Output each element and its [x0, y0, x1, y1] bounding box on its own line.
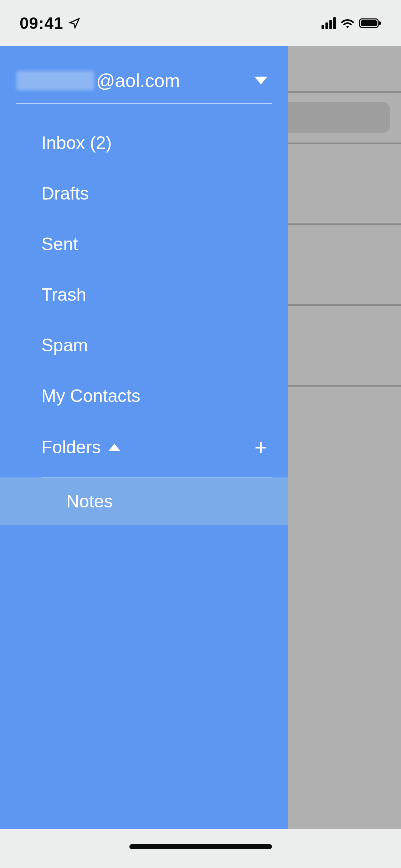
sidebar-item-label: Trash	[41, 285, 86, 305]
chevron-down-icon	[255, 77, 267, 84]
bottom-bar	[0, 829, 401, 868]
status-bar-right	[322, 17, 381, 29]
sidebar-item-label: Drafts	[41, 184, 89, 203]
sidebar-panel: @aol.com Inbox (2) Drafts Sent Trash Spa…	[0, 46, 288, 829]
sidebar-nav: Inbox (2) Drafts Sent Trash Spam My Cont…	[0, 108, 288, 525]
sidebar-item-trash[interactable]: Trash	[0, 269, 288, 320]
sidebar-item-inbox[interactable]: Inbox (2)	[0, 118, 288, 168]
svg-rect-2	[379, 21, 381, 25]
sidebar-item-sent[interactable]: Sent	[0, 219, 288, 269]
sidebar-item-folders[interactable]: Folders +	[0, 421, 288, 473]
wifi-icon	[340, 17, 355, 29]
status-bar: 09:41	[0, 0, 401, 46]
sidebar-item-label: Spam	[41, 335, 88, 355]
chevron-up-icon	[109, 444, 120, 451]
cellular-signal-icon	[322, 17, 336, 29]
sidebar-item-label: Sent	[41, 234, 78, 254]
sidebar-item-spam[interactable]: Spam	[0, 320, 288, 371]
divider	[16, 103, 272, 104]
sidebar-item-drafts[interactable]: Drafts	[0, 168, 288, 219]
sidebar-item-label: Inbox (2)	[41, 133, 112, 153]
account-email: @aol.com	[16, 70, 180, 91]
sidebar-subitem-notes[interactable]: Notes	[0, 477, 288, 525]
sidebar-item-label: My Contacts	[41, 386, 140, 406]
add-folder-icon[interactable]: +	[255, 436, 267, 458]
status-bar-left: 09:41	[20, 14, 81, 33]
redacted-username	[16, 71, 94, 90]
location-services-icon	[68, 17, 81, 29]
sidebar-item-label: Folders	[41, 437, 101, 458]
account-selector[interactable]: @aol.com	[0, 46, 288, 103]
home-indicator[interactable]	[129, 844, 272, 849]
status-time: 09:41	[20, 14, 63, 33]
sidebar-item-label: Notes	[66, 491, 113, 512]
account-email-domain: @aol.com	[96, 70, 180, 91]
battery-icon	[359, 18, 381, 29]
svg-rect-1	[361, 20, 377, 26]
sidebar-item-contacts[interactable]: My Contacts	[0, 371, 288, 421]
app-area: Inbox ( Search $ HealthM	[0, 46, 401, 829]
